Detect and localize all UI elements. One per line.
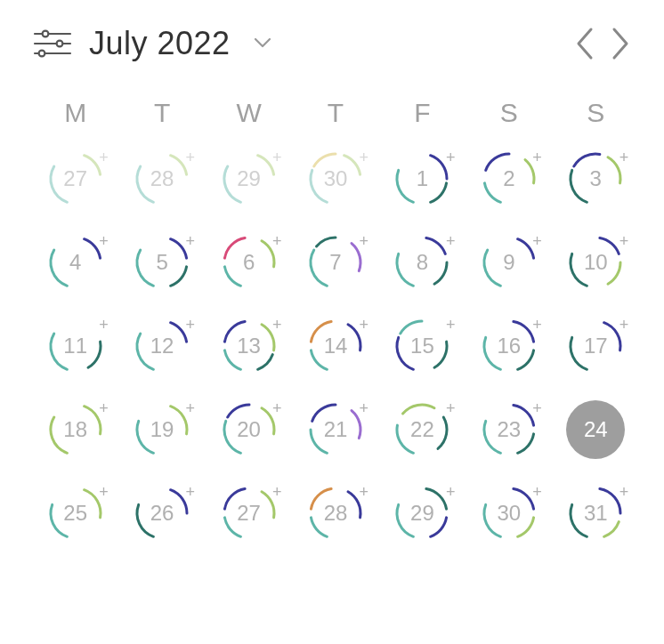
day-cell[interactable]: 26+ bbox=[133, 484, 191, 543]
day-cell[interactable]: 12+ bbox=[133, 317, 191, 375]
day-number: 8 bbox=[417, 250, 428, 275]
chevron-down-icon[interactable] bbox=[254, 36, 271, 52]
day-number: 25 bbox=[63, 501, 87, 526]
day-cell[interactable]: 28+ bbox=[133, 149, 191, 208]
day-cell[interactable]: 21+ bbox=[306, 400, 365, 459]
day-number: 7 bbox=[329, 250, 341, 275]
add-event-plus-icon[interactable]: + bbox=[532, 317, 542, 333]
day-cell[interactable]: 4+ bbox=[46, 233, 105, 292]
add-event-plus-icon[interactable]: + bbox=[359, 149, 368, 165]
add-event-plus-icon[interactable]: + bbox=[186, 400, 196, 416]
day-cell[interactable]: 10+ bbox=[566, 233, 625, 292]
add-event-plus-icon[interactable]: + bbox=[272, 149, 282, 165]
day-cell[interactable]: 2+ bbox=[480, 149, 538, 208]
day-number: 10 bbox=[584, 250, 608, 275]
day-cell[interactable]: 3+ bbox=[566, 149, 625, 208]
add-event-plus-icon[interactable]: + bbox=[359, 317, 368, 333]
day-cell[interactable]: 15+ bbox=[393, 317, 451, 375]
day-cell[interactable]: 6+ bbox=[220, 233, 279, 292]
day-number: 30 bbox=[324, 166, 348, 191]
day-cell[interactable]: 14+ bbox=[306, 317, 365, 375]
day-cell[interactable]: 27+ bbox=[220, 484, 279, 543]
day-number: 24 bbox=[584, 417, 608, 442]
add-event-plus-icon[interactable]: + bbox=[186, 484, 196, 500]
day-cell[interactable]: 19+ bbox=[133, 400, 191, 459]
day-cell[interactable]: 11+ bbox=[46, 317, 105, 375]
add-event-plus-icon[interactable]: + bbox=[532, 233, 542, 249]
day-cell[interactable]: 27+ bbox=[46, 149, 105, 208]
day-number: 28 bbox=[150, 166, 174, 191]
day-cell[interactable]: 28+ bbox=[306, 484, 365, 543]
day-number: 13 bbox=[237, 334, 261, 358]
settings-sliders-icon[interactable] bbox=[32, 26, 73, 61]
day-cell[interactable]: 1+ bbox=[393, 149, 451, 208]
day-number: 11 bbox=[63, 334, 87, 358]
day-cell[interactable]: 13+ bbox=[220, 317, 279, 375]
add-event-plus-icon[interactable]: + bbox=[619, 317, 629, 333]
day-number: 26 bbox=[150, 501, 174, 526]
add-event-plus-icon[interactable]: + bbox=[619, 484, 629, 500]
day-number: 15 bbox=[410, 334, 434, 358]
add-event-plus-icon[interactable]: + bbox=[99, 149, 109, 165]
month-nav bbox=[573, 26, 639, 61]
weekday-label: M bbox=[32, 98, 118, 128]
day-cell[interactable]: 20+ bbox=[220, 400, 279, 459]
add-event-plus-icon[interactable]: + bbox=[186, 317, 196, 333]
day-cell[interactable]: 31+ bbox=[566, 484, 625, 543]
add-event-plus-icon[interactable]: + bbox=[446, 233, 456, 249]
day-cell[interactable]: 8+ bbox=[393, 233, 451, 292]
day-cell[interactable]: 16+ bbox=[480, 317, 538, 375]
day-cell[interactable]: 29+ bbox=[220, 149, 279, 208]
day-cell[interactable]: 17+ bbox=[566, 317, 625, 375]
next-month-button[interactable] bbox=[611, 26, 632, 61]
add-event-plus-icon[interactable]: + bbox=[619, 400, 629, 416]
add-event-plus-icon[interactable]: + bbox=[359, 484, 368, 500]
add-event-plus-icon[interactable]: + bbox=[446, 484, 456, 500]
add-event-plus-icon[interactable]: + bbox=[272, 484, 282, 500]
day-number: 22 bbox=[410, 417, 434, 442]
add-event-plus-icon[interactable]: + bbox=[186, 149, 196, 165]
day-cell[interactable]: 29+ bbox=[393, 484, 451, 543]
add-event-plus-icon[interactable]: + bbox=[99, 484, 109, 500]
add-event-plus-icon[interactable]: + bbox=[619, 233, 629, 249]
day-cell[interactable]: 5+ bbox=[133, 233, 191, 292]
svg-point-5 bbox=[39, 51, 45, 57]
add-event-plus-icon[interactable]: + bbox=[186, 233, 196, 249]
add-event-plus-icon[interactable]: + bbox=[99, 233, 109, 249]
day-cell[interactable]: 22+ bbox=[393, 400, 451, 459]
day-number: 18 bbox=[63, 417, 87, 442]
weekday-label: T bbox=[292, 98, 378, 128]
day-number: 19 bbox=[150, 417, 174, 442]
add-event-plus-icon[interactable]: + bbox=[272, 317, 282, 333]
svg-point-3 bbox=[57, 41, 63, 47]
day-number: 29 bbox=[237, 166, 261, 191]
day-number: 4 bbox=[69, 250, 81, 275]
add-event-plus-icon[interactable]: + bbox=[446, 149, 456, 165]
day-number: 2 bbox=[503, 166, 514, 191]
day-number: 27 bbox=[237, 501, 261, 526]
add-event-plus-icon[interactable]: + bbox=[619, 149, 629, 165]
day-cell[interactable]: 30+ bbox=[480, 484, 538, 543]
add-event-plus-icon[interactable]: + bbox=[532, 400, 542, 416]
weekday-label: F bbox=[379, 98, 466, 128]
add-event-plus-icon[interactable]: + bbox=[272, 233, 282, 249]
day-cell[interactable]: 24+ bbox=[566, 400, 625, 459]
add-event-plus-icon[interactable]: + bbox=[532, 484, 542, 500]
day-cell[interactable]: 7+ bbox=[306, 233, 365, 292]
add-event-plus-icon[interactable]: + bbox=[99, 400, 109, 416]
add-event-plus-icon[interactable]: + bbox=[446, 317, 456, 333]
day-cell[interactable]: 25+ bbox=[46, 484, 105, 543]
prev-month-button[interactable] bbox=[573, 26, 595, 61]
add-event-plus-icon[interactable]: + bbox=[359, 233, 368, 249]
month-year-title[interactable]: July 2022 bbox=[89, 25, 231, 62]
day-cell[interactable]: 18+ bbox=[46, 400, 105, 459]
day-number: 23 bbox=[497, 417, 521, 442]
add-event-plus-icon[interactable]: + bbox=[359, 400, 368, 416]
add-event-plus-icon[interactable]: + bbox=[272, 400, 282, 416]
add-event-plus-icon[interactable]: + bbox=[446, 400, 456, 416]
add-event-plus-icon[interactable]: + bbox=[532, 149, 542, 165]
day-cell[interactable]: 30+ bbox=[306, 149, 365, 208]
day-cell[interactable]: 9+ bbox=[480, 233, 538, 292]
day-cell[interactable]: 23+ bbox=[480, 400, 538, 459]
add-event-plus-icon[interactable]: + bbox=[99, 317, 109, 333]
